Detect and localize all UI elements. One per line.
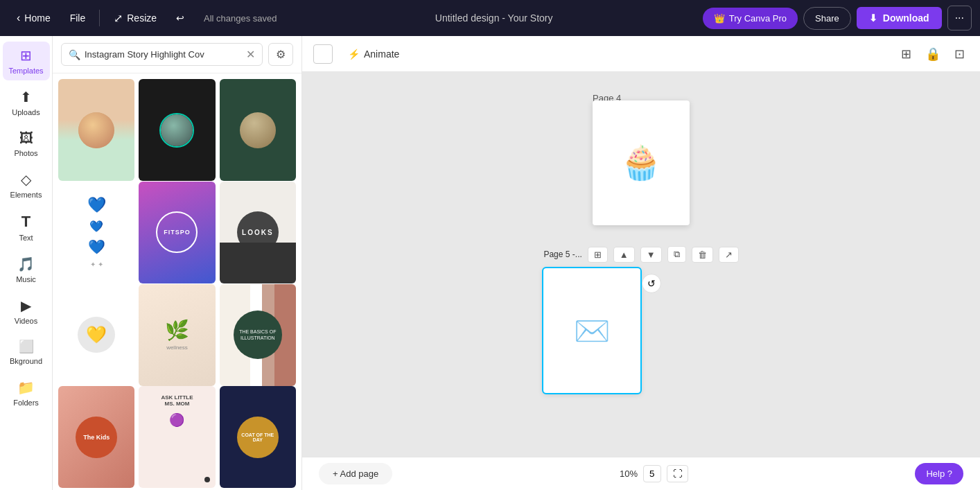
envelope-icon: ✉️ xyxy=(574,314,610,348)
template-card[interactable]: ASK LITTLEMS. MOM 🟣 xyxy=(139,386,215,488)
save-status: All changes saved xyxy=(195,9,286,28)
lock-icon: 🔒 xyxy=(925,47,940,61)
move-up-button[interactable]: ▲ xyxy=(613,247,635,263)
crop-icon: ⊡ xyxy=(954,47,965,61)
coat-circle: COAT OF THE DAY xyxy=(237,417,279,458)
bottom-bar: + Add page 10% 5 ⛶ Help ? xyxy=(302,457,980,490)
copy-page5-button[interactable]: ⧉ xyxy=(667,246,686,263)
expand-page5-button[interactable]: ⊞ xyxy=(588,247,608,263)
kids-circle: The Kids xyxy=(76,417,117,458)
lock-button[interactable]: 🔒 xyxy=(921,42,945,66)
canvas-page-5[interactable]: ✉️ xyxy=(543,268,640,393)
grid-view-button[interactable]: ⊞ xyxy=(897,42,916,66)
template-card[interactable] xyxy=(58,79,134,181)
sidebar-item-music[interactable]: 🎵 Music xyxy=(3,250,50,289)
try-canva-pro-button[interactable]: 👑 Try Canva Pro xyxy=(703,8,798,29)
folders-icon: 📁 xyxy=(17,379,35,396)
search-input[interactable] xyxy=(85,49,242,60)
help-button[interactable]: Help ? xyxy=(915,463,963,484)
search-icon: 🔍 xyxy=(69,49,80,60)
uploads-icon: ⬆ xyxy=(20,89,32,105)
filter-button[interactable]: ⚙ xyxy=(268,43,293,66)
share-button[interactable]: Share xyxy=(803,7,851,30)
canvas-area: ⚡ Animate ⊞ 🔒 ⊡ Page 4 🧁 xyxy=(302,36,980,490)
template-card[interactable]: 💛 xyxy=(58,284,134,386)
grid-icon: ⊞ xyxy=(901,47,911,61)
cupcake-icon: 🧁 xyxy=(620,143,662,182)
crop-button[interactable]: ⊡ xyxy=(950,42,969,66)
page5-wrap: ✉️ ↺ xyxy=(543,268,640,393)
fitspo-circle: FITSPO xyxy=(156,211,198,253)
template-card[interactable] xyxy=(220,79,296,181)
sidebar-item-folders[interactable]: 📁 Folders xyxy=(3,374,50,412)
photos-icon: 🖼 xyxy=(19,130,33,146)
download-button[interactable]: ⬇ Download xyxy=(857,7,942,29)
templates-grid: 💙 💙 💙 ✦ ✦ FITSPO LOOKS xyxy=(53,73,301,490)
template-card[interactable]: COAT OF THE DAY xyxy=(220,386,296,488)
document-title: Untitled design - Your Story xyxy=(288,12,700,24)
sidebar-item-videos[interactable]: ▶ Videos xyxy=(3,292,50,331)
background-icon: ⬜ xyxy=(19,339,34,354)
zoom-level: 10% xyxy=(620,469,638,479)
templates-panel: 🔍 ✕ ⚙ xyxy=(53,36,302,490)
file-button[interactable]: File xyxy=(62,8,94,28)
animate-icon: ⚡ xyxy=(348,49,360,60)
elements-icon: ◇ xyxy=(21,171,31,188)
page5-section: Page 5 -... ⊞ ▲ ▼ ⧉ 🗑 ↗ ✉️ ↺ xyxy=(543,246,738,393)
undo-icon: ↩ xyxy=(176,12,184,24)
template-card[interactable]: FITSPO xyxy=(139,182,215,283)
sidebar-icons: ⊞ Templates ⬆ Uploads 🖼 Photos ◇ Element… xyxy=(0,36,53,490)
text-icon: T xyxy=(21,213,30,231)
resize-icon: ⤢ xyxy=(114,12,123,25)
toolbar-right-icons: ⊞ 🔒 ⊡ xyxy=(897,42,969,66)
delete-page5-button[interactable]: 🗑 xyxy=(692,247,713,263)
template-card[interactable]: The Kids xyxy=(58,386,134,488)
top-navigation: ‹ Home File ⤢ Resize ↩ All changes saved… xyxy=(0,0,980,36)
export-page5-button[interactable]: ↗ xyxy=(719,247,739,263)
chevron-left-icon: ‹ xyxy=(17,12,20,24)
resize-button[interactable]: ⤢ Resize xyxy=(105,8,165,29)
page4-section: Page 4 🧁 xyxy=(593,93,690,225)
refresh-button[interactable]: ↺ xyxy=(642,274,661,293)
animate-button[interactable]: ⚡ Animate xyxy=(341,44,406,64)
basics-circle: THE BASICS OF ILLUSTRATION xyxy=(234,310,282,359)
search-bar: 🔍 ✕ ⚙ xyxy=(53,36,301,73)
home-button[interactable]: ‹ Home xyxy=(8,8,59,28)
sidebar-item-photos[interactable]: 🖼 Photos xyxy=(3,125,50,163)
search-input-wrap: 🔍 ✕ xyxy=(61,43,263,66)
undo-button[interactable]: ↩ xyxy=(168,8,193,28)
template-card[interactable]: LOOKS xyxy=(220,182,296,283)
canvas-scroll[interactable]: Page 4 🧁 Page 5 -... ⊞ ▲ ▼ ⧉ 🗑 ↗ xyxy=(302,72,980,457)
page5-controls: Page 5 -... ⊞ ▲ ▼ ⧉ 🗑 ↗ xyxy=(543,246,738,263)
canvas-page-4[interactable]: 🧁 xyxy=(593,100,690,225)
sidebar-item-background[interactable]: ⬜ Bkground xyxy=(3,333,50,371)
page-count-button[interactable]: 5 xyxy=(643,465,660,482)
videos-icon: ▶ xyxy=(21,297,31,314)
page5-label: Page 5 -... xyxy=(543,250,581,259)
sidebar-item-templates[interactable]: ⊞ Templates xyxy=(3,42,50,80)
download-icon: ⬇ xyxy=(869,12,877,24)
color-swatch[interactable] xyxy=(313,44,333,64)
sidebar-item-text[interactable]: T Text xyxy=(3,207,50,247)
canvas-toolbar: ⚡ Animate ⊞ 🔒 ⊡ xyxy=(302,36,980,72)
main-layout: ⊞ Templates ⬆ Uploads 🖼 Photos ◇ Element… xyxy=(0,36,980,490)
add-page-button[interactable]: + Add page xyxy=(319,463,392,484)
music-icon: 🎵 xyxy=(17,256,35,272)
fullscreen-button[interactable]: ⛶ xyxy=(667,465,688,482)
templates-icon: ⊞ xyxy=(20,47,32,64)
template-card[interactable]: THE BASICS OF ILLUSTRATION xyxy=(220,284,296,386)
template-card[interactable]: 💙 💙 💙 ✦ ✦ xyxy=(58,182,134,283)
crown-icon: 👑 xyxy=(714,13,725,24)
nav-right-actions: 👑 Try Canva Pro Share ⬇ Download ··· xyxy=(703,6,972,30)
clear-search-button[interactable]: ✕ xyxy=(246,48,255,61)
sidebar-item-uploads[interactable]: ⬆ Uploads xyxy=(3,83,50,122)
template-card[interactable]: 🌿 wellness xyxy=(139,284,215,386)
nav-divider xyxy=(99,10,100,26)
more-options-button[interactable]: ··· xyxy=(947,6,972,30)
zoom-controls: 10% 5 ⛶ xyxy=(620,465,688,482)
sidebar-item-elements[interactable]: ◇ Elements xyxy=(3,166,50,204)
refresh-icon: ↺ xyxy=(647,278,656,289)
template-card[interactable] xyxy=(139,79,215,181)
move-down-button[interactable]: ▼ xyxy=(640,247,662,263)
